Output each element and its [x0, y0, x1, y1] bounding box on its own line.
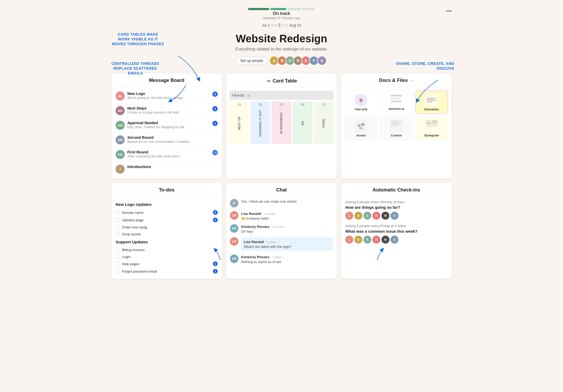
todo-checkbox-login[interactable]: [116, 255, 120, 259]
checkin-av-1-2[interactable]: A: [354, 212, 362, 220]
msg-avatar-4: SR: [116, 135, 125, 144]
kanban-label-1: NEXT UP: [230, 107, 248, 139]
msg-preview-3: Hey Gina, Thanks for stopping by the: [127, 125, 210, 129]
page-container: CARD TABLES MAKE WORK VISIBLE AS IT MOVE…: [106, 0, 457, 284]
message-item-first-round[interactable]: FR First Round After reviewing the site …: [111, 147, 222, 162]
project-title: Website Redesign: [111, 33, 452, 45]
doc-item-content[interactable]: Content: [380, 116, 413, 140]
doc-item-sketch[interactable]: sketches.ai: [380, 90, 413, 114]
avatar-7[interactable]: G: [317, 56, 327, 65]
todo-checkbox-billing[interactable]: [116, 248, 120, 252]
todo-item-help[interactable]: Help pages 1: [116, 260, 218, 268]
message-item-second-round[interactable]: SR Second Round Based on our last conver…: [111, 133, 222, 147]
progress-seg-1: [248, 8, 269, 10]
checkin-av-2-3[interactable]: S: [363, 236, 371, 244]
doc-logo-name: logo.png: [355, 107, 367, 111]
project-subtitle: Everything related to the redesign of ou…: [111, 47, 452, 52]
checkin-av-1-3[interactable]: S: [363, 212, 371, 220]
tick-4: [275, 24, 276, 27]
todo-text-shop: Shop assets: [122, 232, 218, 236]
more-options-button[interactable]: •••: [446, 8, 452, 14]
set-up-people-button[interactable]: Set up people: [236, 57, 267, 65]
kanban-col-figuring[interactable]: (5) FIGURING IT OUT: [250, 101, 270, 144]
todo-item-swag[interactable]: Order new swag: [116, 224, 218, 231]
msg-title-6: Introductions: [127, 165, 218, 169]
doc-item-styleguide[interactable]: Styleguide: [415, 116, 448, 140]
checkin-av-2-5[interactable]: M: [381, 236, 389, 244]
chat-msg-1: LR Liza Randall 11:50am 🤝 Kimberly hello…: [230, 211, 333, 220]
chat-time-2: 11:51am: [272, 225, 284, 228]
message-item-new-logo[interactable]: NL New Logo We're going to roll with Ale…: [111, 89, 222, 103]
message-board-card: Message Board NL New Logo We're going to…: [111, 73, 222, 179]
todo-checkbox-updates[interactable]: [116, 218, 120, 222]
todo-item-forgot[interactable]: Forgot password email 1: [116, 268, 218, 275]
todo-item-updates[interactable]: Updates page 1: [116, 216, 218, 224]
todo-item-billing[interactable]: Billing invoices: [116, 246, 218, 253]
message-item-next-steps[interactable]: NS Next Steps I'd like us to play around…: [111, 103, 222, 118]
checkin-av-1-1[interactable]: L: [345, 212, 353, 220]
tick-10: [285, 24, 285, 27]
checkins-header: Automatic Check-ins: [341, 183, 452, 196]
svg-rect-1: [361, 123, 364, 126]
message-item-introductions[interactable]: I Introductions: [111, 162, 222, 177]
kanban-col-qa[interactable]: (4) QA: [293, 101, 313, 144]
todo-text-domain: Domain name: [122, 211, 211, 215]
msg-title-4: Second Round: [127, 135, 218, 140]
doc-schedules-preview: [425, 93, 438, 107]
checkin-av-1-6[interactable]: G: [390, 212, 398, 220]
doc-item-schedules[interactable]: Schedules: [415, 90, 448, 114]
content-line-1: [391, 121, 401, 122]
chat-header: Chat: [226, 183, 337, 196]
kanban-col-next-up[interactable]: (3) NEXT UP: [229, 101, 249, 144]
chat-sender-2: Kimberly Rhodes: [241, 225, 270, 229]
message-item-approval[interactable]: AN Approval Needed Hey Gina, Thanks for …: [111, 118, 222, 133]
docs-files-card: Docs & Files ← e logo.png sketch: [341, 73, 452, 179]
todo-checkbox-help[interactable]: [116, 262, 120, 266]
checkin-av-2-6[interactable]: G: [390, 236, 398, 244]
todo-group-title-2: Support Updates: [116, 240, 218, 244]
sketch-line-5: [391, 101, 402, 102]
msg-content-3: Approval Needed Hey Gina, Thanks for sto…: [127, 121, 210, 129]
sg-block-2: [432, 120, 437, 122]
doc-item-assets[interactable]: Assets: [345, 116, 377, 140]
todo-checkbox-forgot[interactable]: [116, 269, 120, 273]
msg-content-4: Second Round Based on our last conversat…: [127, 135, 218, 144]
content-line-2: [391, 122, 398, 123]
todos-content: New Logo Updates Domain name 2 Updates p…: [111, 196, 222, 279]
sg-line-2: [426, 126, 435, 127]
checkin-asking-2: Asking 6 people every Friday at 4:30pm.: [345, 224, 447, 228]
checkin-avatars-1: L A S K M G: [345, 212, 447, 220]
msg-avatar-5: FR: [116, 150, 125, 159]
todo-item-login[interactable]: Login: [116, 253, 218, 260]
avatar-group: A B C D E F G: [269, 56, 327, 65]
checkin-av-2-1[interactable]: L: [345, 236, 353, 244]
chat-title: Chat: [276, 187, 287, 193]
todo-checkbox-shop[interactable]: [116, 232, 120, 236]
tick-1: [271, 24, 272, 27]
kanban-col-done[interactable]: (2) DONE: [314, 101, 334, 144]
chat-msg-4: KR Kimberly Rhodes 1:30pm Nothing to rep…: [230, 255, 333, 264]
header-section: ••• On track Updated 37 minutes ago Jul …: [111, 5, 452, 71]
progress-seg-4: [302, 8, 315, 10]
chat-bubble-4: Kimberly Rhodes 1:30pm Nothing to report…: [241, 255, 333, 264]
checkin-av-2-2[interactable]: A: [354, 236, 362, 244]
checkin-av-1-5[interactable]: M: [381, 212, 389, 220]
kanban-col-in-progress[interactable]: (2) IN PROGRESS: [271, 101, 291, 144]
card-table-header: ➜ Card Table: [226, 73, 337, 87]
checkins-content: Asking 6 people every Monday at 9am. How…: [341, 196, 452, 252]
todo-item-domain[interactable]: Domain name 2: [116, 209, 218, 216]
checkin-av-1-4[interactable]: K: [372, 212, 380, 220]
todo-badge-updates: 1: [213, 218, 218, 222]
doc-item-logo[interactable]: e logo.png: [345, 90, 377, 114]
tick-3: [274, 24, 275, 27]
message-board-title: Message Board: [149, 78, 184, 83]
todo-checkbox-domain[interactable]: [116, 210, 120, 215]
msg-avatar-2: NS: [116, 106, 125, 115]
tick-11: [286, 24, 287, 27]
todo-text-billing: Billing invoices: [122, 248, 218, 252]
svg-rect-0: [358, 124, 361, 127]
todo-checkbox-swag[interactable]: [116, 225, 120, 229]
checkin-av-2-4[interactable]: K: [372, 236, 380, 244]
todo-item-shop[interactable]: Shop assets: [116, 231, 218, 237]
kanban-label-5: DONE: [315, 107, 333, 139]
